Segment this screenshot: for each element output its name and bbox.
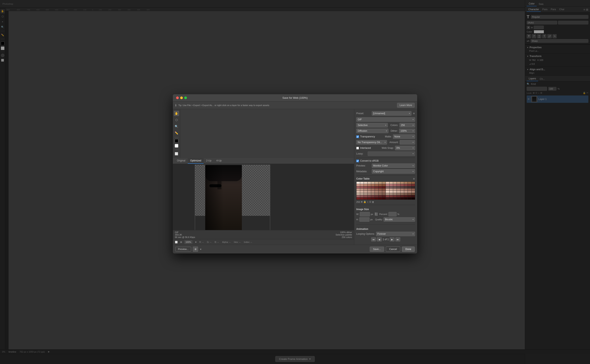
color-cell[interactable] xyxy=(357,186,360,188)
dither-value-wrapper[interactable]: 100% xyxy=(399,129,415,133)
color-cell[interactable] xyxy=(386,186,389,188)
color-cell[interactable] xyxy=(401,184,404,186)
color-cell[interactable] xyxy=(360,193,364,195)
format-select[interactable]: GIF xyxy=(356,117,415,122)
color-cell[interactable] xyxy=(386,195,389,197)
img-w-input[interactable]: 762 xyxy=(360,212,370,216)
minimize-button[interactable] xyxy=(180,97,183,99)
color-cell[interactable] xyxy=(408,191,411,193)
color-cell[interactable] xyxy=(360,197,364,200)
color-cell[interactable] xyxy=(360,188,364,191)
color-cell[interactable] xyxy=(401,188,404,191)
dither-algo-select[interactable]: Diffusion xyxy=(356,129,389,133)
color-cell[interactable] xyxy=(411,186,415,188)
color-cell[interactable] xyxy=(408,188,411,191)
color-cell[interactable] xyxy=(411,188,415,191)
color-cell[interactable] xyxy=(360,184,364,186)
color-lock-icon[interactable]: 🔒 xyxy=(363,201,366,203)
color-cell[interactable] xyxy=(386,188,389,191)
tab-2up[interactable]: 2-Up xyxy=(204,158,214,164)
color-cell[interactable] xyxy=(368,182,371,184)
color-cell[interactable] xyxy=(375,197,378,200)
dialog-tool-zoom[interactable]: 🔍 xyxy=(174,124,179,129)
color-cell[interactable] xyxy=(401,191,404,193)
color-cell[interactable] xyxy=(375,186,378,188)
color-cell[interactable] xyxy=(378,182,382,184)
link-dimensions-icon[interactable]: ⛓ xyxy=(374,212,378,216)
color-cell[interactable] xyxy=(389,182,393,184)
color-cell[interactable] xyxy=(411,184,415,186)
color-cell[interactable] xyxy=(382,182,386,184)
color-cell[interactable] xyxy=(393,191,397,193)
color-cell[interactable] xyxy=(364,182,367,184)
web-snap-select[interactable]: 0% xyxy=(395,146,415,150)
color-cell[interactable] xyxy=(368,188,371,191)
web-snap-wrapper[interactable]: 0% xyxy=(395,146,415,150)
color-cell[interactable] xyxy=(404,184,408,186)
color-cell[interactable] xyxy=(371,193,375,195)
img-h-input[interactable]: 1059 xyxy=(359,217,370,222)
color-cell[interactable] xyxy=(408,186,411,188)
preset-select[interactable]: [Unnamed] xyxy=(372,111,411,116)
color-cell[interactable] xyxy=(389,188,393,191)
color-cell[interactable] xyxy=(404,195,408,197)
dialog-tool-hand[interactable]: ✋ xyxy=(174,111,179,116)
color-cell[interactable] xyxy=(397,184,400,186)
color-cell[interactable] xyxy=(375,188,378,191)
color-cell[interactable] xyxy=(393,184,397,186)
color-cell[interactable] xyxy=(389,186,393,188)
color-cell[interactable] xyxy=(397,186,400,188)
dialog-tool-toggleview[interactable]: ⬜ xyxy=(174,151,179,156)
color-cell[interactable] xyxy=(408,195,411,197)
color-cell[interactable] xyxy=(375,184,378,186)
color-cell[interactable] xyxy=(401,197,404,200)
color-cell[interactable] xyxy=(360,191,364,193)
metadata-select[interactable]: Copyright xyxy=(372,169,415,174)
preview-button[interactable]: Preview... xyxy=(175,247,191,252)
color-cell[interactable] xyxy=(371,184,375,186)
looping-select-wrapper[interactable]: Forever xyxy=(376,232,415,236)
color-cell[interactable] xyxy=(368,184,371,186)
convert-srgb-checkbox[interactable] xyxy=(356,160,359,162)
color-cell[interactable] xyxy=(364,186,367,188)
learn-more-button[interactable]: Learn More xyxy=(397,103,415,108)
color-cell[interactable] xyxy=(364,195,367,197)
tab-original[interactable]: Original xyxy=(175,158,188,164)
colors-select-wrapper[interactable]: 256 xyxy=(399,123,415,127)
color-cell[interactable] xyxy=(371,186,375,188)
color-cell[interactable] xyxy=(404,186,408,188)
preview-squares-icon[interactable]: ⬜ xyxy=(175,241,178,243)
frame-first-btn[interactable]: ⏮ xyxy=(371,237,376,241)
color-cell[interactable] xyxy=(411,193,415,195)
color-cell[interactable] xyxy=(378,193,382,195)
color-cell[interactable] xyxy=(375,182,378,184)
color-cell[interactable] xyxy=(378,186,382,188)
amount-select[interactable] xyxy=(400,140,415,144)
color-cell[interactable] xyxy=(401,186,404,188)
color-cell[interactable] xyxy=(371,182,375,184)
color-cell[interactable] xyxy=(393,193,397,195)
color-cell[interactable] xyxy=(364,197,367,200)
color-cell[interactable] xyxy=(397,188,400,191)
close-button[interactable] xyxy=(176,97,179,99)
amount-select-wrapper[interactable] xyxy=(400,140,415,144)
color-cell[interactable] xyxy=(360,186,364,188)
dither-value-select[interactable]: 100% xyxy=(399,129,415,133)
matte-select[interactable]: None xyxy=(393,134,415,139)
format-select-wrapper[interactable]: GIF xyxy=(356,117,415,122)
color-cell[interactable] xyxy=(378,184,382,186)
color-cell[interactable] xyxy=(393,186,397,188)
no-trans-dither-wrapper[interactable]: No Transparency Dit... xyxy=(356,140,387,144)
dither-algo-wrapper[interactable]: Diffusion xyxy=(356,129,389,133)
color-cell[interactable] xyxy=(364,193,367,195)
color-map-icon[interactable]: ⊞ xyxy=(361,201,363,203)
color-cell[interactable] xyxy=(386,193,389,195)
dialog-swatch-black[interactable] xyxy=(175,139,178,143)
color-cell[interactable] xyxy=(397,193,400,195)
color-cell[interactable] xyxy=(411,182,415,184)
dialog-swatch-white[interactable] xyxy=(175,144,178,148)
color-cell[interactable] xyxy=(386,191,389,193)
color-cell[interactable] xyxy=(404,188,408,191)
color-cell[interactable] xyxy=(397,191,400,193)
color-cell[interactable] xyxy=(393,182,397,184)
